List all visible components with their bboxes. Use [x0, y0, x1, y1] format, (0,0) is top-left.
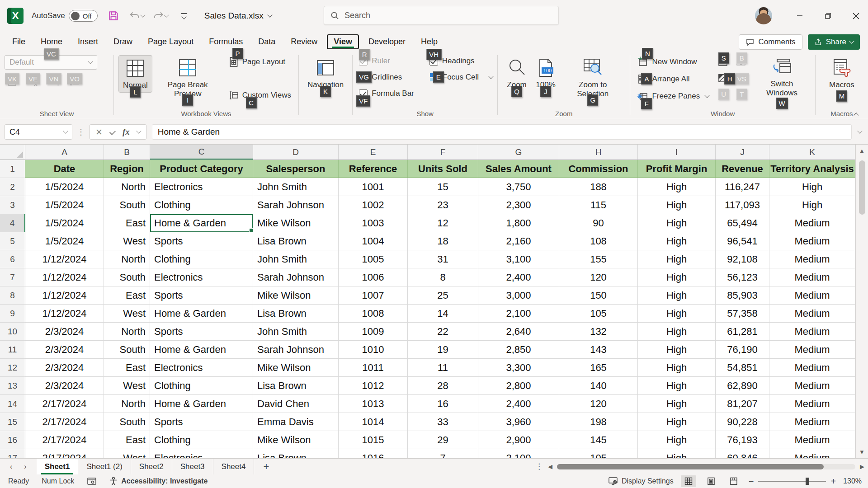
name-box[interactable]: C4: [5, 124, 72, 140]
zoom-to-selection-button[interactable]: Zoom to Selection G: [560, 55, 625, 100]
horizontal-scrollbar[interactable]: [557, 464, 855, 469]
cell-I8[interactable]: High: [638, 286, 716, 305]
cell-J8[interactable]: 85,903: [716, 286, 769, 305]
insert-function-icon[interactable]: fx: [123, 127, 130, 137]
cell-H15[interactable]: 198: [559, 413, 638, 431]
cell-H11[interactable]: 143: [559, 341, 638, 359]
cell-A9[interactable]: 1/12/2024: [25, 305, 104, 323]
cell-D4[interactable]: Mike Wilson: [253, 214, 339, 232]
cell-J4[interactable]: 65,494: [716, 214, 769, 232]
cell-E7[interactable]: 1006: [339, 268, 408, 286]
row-header-6[interactable]: 6: [0, 250, 25, 268]
cell-D14[interactable]: David Chen: [253, 395, 339, 413]
sheet-tab-sheet4[interactable]: Sheet4: [213, 459, 255, 474]
row-header-4[interactable]: 4: [0, 214, 25, 232]
cell-K3[interactable]: High: [769, 196, 855, 214]
share-button[interactable]: Share: [808, 34, 860, 50]
cell-H9[interactable]: 105: [559, 305, 638, 323]
cell-I9[interactable]: High: [638, 305, 716, 323]
navigation-button[interactable]: Navigation K: [303, 55, 348, 92]
vertical-scrollbar[interactable]: ▲ ▼: [855, 145, 868, 458]
page-layout-view-shortcut[interactable]: [703, 475, 719, 487]
normal-view-button[interactable]: Normal L: [118, 55, 152, 93]
cell-B11[interactable]: South: [104, 341, 150, 359]
cell-I15[interactable]: High: [638, 413, 716, 431]
redo-button[interactable]: [153, 8, 168, 23]
cell-C3[interactable]: Clothing: [150, 196, 253, 214]
cell-I12[interactable]: High: [638, 359, 716, 377]
cell-D11[interactable]: Sarah Johnson: [253, 341, 339, 359]
horizontal-scroll-thumb[interactable]: [557, 464, 824, 469]
zoom-slider[interactable]: − +: [749, 477, 836, 486]
cell-J14[interactable]: 81,207: [716, 395, 769, 413]
cell-H2[interactable]: 188: [559, 178, 638, 196]
cell-J17[interactable]: 60,846: [716, 449, 769, 458]
zoom-slider-thumb[interactable]: [806, 478, 809, 485]
tab-insert[interactable]: Insert: [72, 35, 104, 48]
hide-button[interactable]: H: [716, 72, 730, 84]
cell-G3[interactable]: 2,300: [478, 196, 559, 214]
tab-home[interactable]: Home: [35, 35, 68, 48]
cell-C16[interactable]: Clothing: [150, 431, 253, 449]
cell-J3[interactable]: 117,093: [716, 196, 769, 214]
cell-F11[interactable]: 19: [408, 341, 478, 359]
cell-J1[interactable]: Revenue: [716, 160, 769, 178]
spreadsheet-grid[interactable]: ABCDEFGHIJK1DateRegionProduct CategorySa…: [0, 145, 855, 458]
cell-I4[interactable]: High: [638, 214, 716, 232]
cell-F3[interactable]: 23: [408, 196, 478, 214]
cell-B8[interactable]: East: [104, 286, 150, 305]
cell-K4[interactable]: Medium: [769, 214, 855, 232]
cell-D8[interactable]: Mike Wilson: [253, 286, 339, 305]
save-button[interactable]: [106, 8, 121, 23]
cell-C2[interactable]: Electronics: [150, 178, 253, 196]
cell-E14[interactable]: 1013: [339, 395, 408, 413]
cell-I14[interactable]: High: [638, 395, 716, 413]
row-header-9[interactable]: 9: [0, 305, 25, 323]
cell-C11[interactable]: Home & Garden: [150, 341, 253, 359]
cell-F14[interactable]: 16: [408, 395, 478, 413]
sheet-tab-sheet2[interactable]: Sheet2: [131, 459, 172, 474]
cell-I7[interactable]: High: [638, 268, 716, 286]
cell-G10[interactable]: 2,640: [478, 323, 559, 341]
synchronous-scrolling-button[interactable]: VS: [734, 72, 748, 84]
cell-B1[interactable]: Region: [104, 160, 150, 178]
cell-J15[interactable]: 90,228: [716, 413, 769, 431]
cell-J7[interactable]: 56,123: [716, 268, 769, 286]
cell-B14[interactable]: North: [104, 395, 150, 413]
cell-I1[interactable]: Profit Margin: [638, 160, 716, 178]
cell-G16[interactable]: 2,900: [478, 431, 559, 449]
cell-E15[interactable]: 1014: [339, 413, 408, 431]
cell-A17[interactable]: 2/17/2024: [25, 449, 104, 458]
sheet-tab-sheet1-2[interactable]: Sheet1 (2): [78, 459, 131, 474]
cell-H1[interactable]: Commission: [559, 160, 638, 178]
expand-formula-bar-icon[interactable]: [857, 128, 862, 133]
cell-E3[interactable]: 1002: [339, 196, 408, 214]
view-side-by-side-button[interactable]: B: [734, 56, 748, 68]
page-break-view-shortcut[interactable]: [726, 475, 741, 487]
cell-F2[interactable]: 15: [408, 178, 478, 196]
zoom-button[interactable]: Zoom Q: [502, 55, 531, 92]
cell-F5[interactable]: 18: [408, 232, 478, 250]
cell-K10[interactable]: Medium: [769, 323, 855, 341]
cell-E13[interactable]: 1012: [339, 377, 408, 395]
cell-C14[interactable]: Home & Garden: [150, 395, 253, 413]
cell-G12[interactable]: 3,300: [478, 359, 559, 377]
cell-F1[interactable]: Units Sold: [408, 160, 478, 178]
accessibility-status[interactable]: Accessibility: Investigate: [109, 477, 208, 486]
cell-B16[interactable]: East: [104, 431, 150, 449]
cell-K6[interactable]: Medium: [769, 250, 855, 268]
keep-sheet-view-button[interactable]: VK: [5, 75, 19, 89]
minimize-button[interactable]: [788, 4, 812, 28]
cell-I17[interactable]: High: [638, 449, 716, 458]
cell-F16[interactable]: 29: [408, 431, 478, 449]
cell-B15[interactable]: South: [104, 413, 150, 431]
cell-I3[interactable]: High: [638, 196, 716, 214]
cell-C13[interactable]: Clothing: [150, 377, 253, 395]
select-all-corner[interactable]: [0, 145, 25, 160]
cell-E17[interactable]: 1016: [339, 449, 408, 458]
tab-view[interactable]: View: [327, 34, 359, 49]
cell-H4[interactable]: 90: [559, 214, 638, 232]
cell-C17[interactable]: Electronics: [150, 449, 253, 458]
function-chevron-icon[interactable]: [136, 128, 141, 133]
cell-E2[interactable]: 1001: [339, 178, 408, 196]
